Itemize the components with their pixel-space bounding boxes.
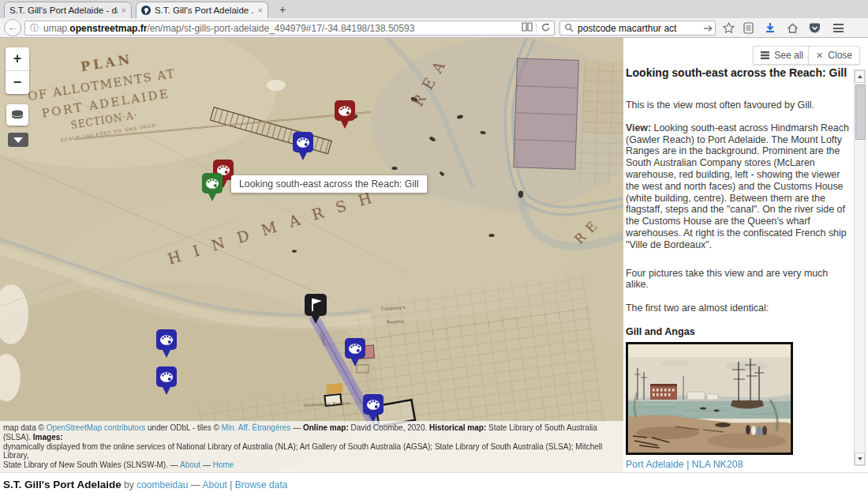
paragraph-first-two: The first two are almost identical: — [626, 302, 853, 314]
marker-tooltip: Looking south-east across the Reach: Gil… — [231, 175, 427, 193]
close-panel-button[interactable]: ✕ Close — [808, 46, 860, 65]
bookmark-star-icon[interactable] — [720, 21, 736, 35]
tab-1-close-icon[interactable]: × — [122, 6, 126, 15]
reload-icon[interactable] — [537, 22, 554, 35]
back-button[interactable]: ← — [4, 19, 21, 36]
chevron-down-icon — [13, 137, 23, 143]
panel-title: Looking south-east across the Reach: Gil… — [626, 66, 853, 79]
attribution-line-1: map data © OpenStreetMap contributors un… — [3, 423, 620, 442]
scroll-down-icon — [858, 457, 862, 460]
subheading-gill-angas: Gill and Angas — [626, 326, 853, 337]
tab-2[interactable]: S.T. Gill's Port Adelaide ... × — [136, 2, 268, 18]
zoom-out-button[interactable]: − — [6, 71, 29, 94]
footer-browse-data-link[interactable]: Browse data — [235, 479, 288, 490]
layers-icon — [10, 108, 24, 122]
url-text: umap.openstreetmap.fr/en/map/st-gills-po… — [43, 23, 518, 34]
attribution-line-2: dynamically displayed from the online se… — [3, 442, 620, 461]
collapse-controls-button[interactable] — [8, 133, 28, 147]
bookmarks-list-icon[interactable] — [740, 21, 756, 35]
site-info-icon[interactable]: ⓘ — [30, 22, 39, 34]
attribution-about-link[interactable]: About — [180, 460, 200, 469]
historical-map-canvas[interactable]: PLAN OF ALLOTMENTS AT PORT ADELAIDE SECT… — [0, 38, 623, 472]
scrollbar-thumb[interactable] — [855, 85, 866, 140]
see-all-button[interactable]: See all — [753, 46, 811, 65]
panel-content: Looking south-east across the Reach: Gil… — [626, 66, 853, 496]
tab-1[interactable]: S.T. Gill's Port Adelaide - da... × — [4, 2, 132, 18]
tab-2-title: S.T. Gill's Port Adelaide ... — [155, 6, 254, 15]
image-source-link[interactable]: Port Adelaide | NLA NK208 — [626, 459, 853, 470]
paragraph-intro: This is the view most often favoured by … — [626, 100, 853, 111]
details-panel: See all ✕ Close Looking south-east acros… — [623, 38, 868, 472]
search-bar[interactable] — [559, 21, 716, 36]
paragraph-four-pictures: Four pictures take this view and are ver… — [626, 268, 853, 291]
panel-scrollbar[interactable] — [854, 70, 866, 466]
map-attribution: map data © OpenStreetMap contributors un… — [0, 421, 623, 472]
footer-map-title: S.T. Gill's Port Adelaide — [3, 479, 122, 490]
menu-icon[interactable] — [830, 21, 846, 35]
paragraph-view: View: Looking south-east across Hindmars… — [626, 122, 853, 251]
download-icon[interactable] — [762, 21, 778, 35]
scroll-up-button[interactable] — [855, 70, 865, 83]
osm-contributors-link[interactable]: OpenStreetMap contributors — [47, 423, 146, 432]
new-tab-button[interactable]: + — [274, 3, 291, 17]
list-icon — [761, 51, 769, 59]
gill-watercolour-image[interactable] — [626, 342, 793, 455]
attribution-line-3: State Library of New South Wales (SLNSW-… — [3, 460, 620, 470]
umap-favicon — [141, 6, 151, 15]
attribution-home-link[interactable]: Home — [213, 460, 234, 469]
url-bar[interactable]: ⓘ umap.openstreetmap.fr/en/map/st-gills-… — [24, 21, 555, 36]
map-viewport[interactable]: PLAN OF ALLOTMENTS AT PORT ADELAIDE SECT… — [0, 38, 623, 472]
pocket-icon[interactable] — [806, 21, 822, 35]
navigation-toolbar: ← ⓘ umap.openstreetmap.fr/en/map/st-gill… — [0, 18, 868, 38]
search-input[interactable] — [578, 23, 700, 34]
footer-about-link[interactable]: About — [203, 479, 227, 490]
close-icon: ✕ — [816, 51, 823, 61]
reader-mode-icon[interactable] — [518, 22, 536, 34]
zoom-control: + − — [6, 47, 29, 94]
footer-author-link[interactable]: coombeidau — [137, 479, 188, 490]
layers-button[interactable] — [6, 104, 28, 126]
scroll-down-button[interactable] — [855, 453, 865, 465]
scroll-up-icon — [858, 75, 862, 78]
zoom-in-button[interactable]: + — [6, 47, 29, 71]
tiles-provider-link[interactable]: Min. Aff. Étrangères — [222, 423, 291, 432]
home-icon[interactable] — [784, 21, 800, 35]
browser-window: S.T. Gill's Port Adelaide - da... × S.T.… — [0, 0, 868, 496]
page-footer: S.T. Gill's Port Adelaide by coombeidau … — [0, 472, 868, 496]
tab-1-title: S.T. Gill's Port Adelaide - da... — [9, 6, 118, 15]
tab-strip: S.T. Gill's Port Adelaide - da... × S.T.… — [0, 0, 868, 18]
footer-text: S.T. Gill's Port Adelaide by coombeidau … — [3, 479, 287, 490]
search-go-icon[interactable] — [700, 21, 717, 36]
search-icon — [560, 21, 578, 36]
tab-2-close-icon[interactable]: × — [258, 6, 263, 15]
